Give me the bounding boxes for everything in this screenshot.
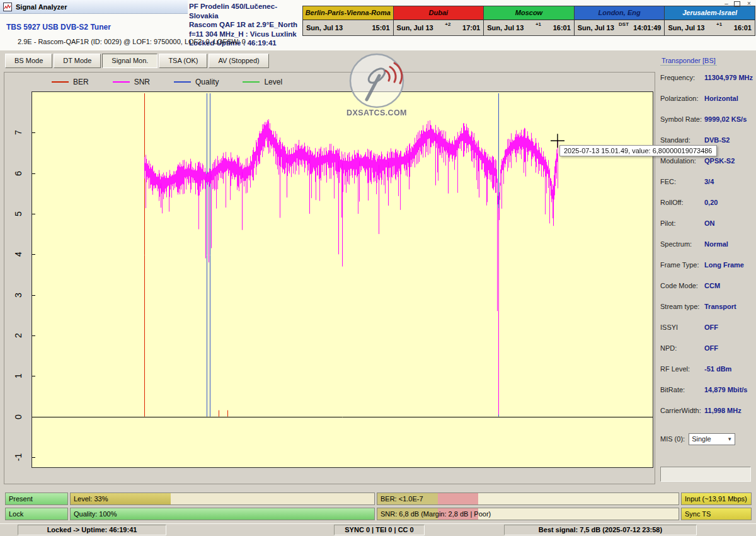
close-button[interactable]: × bbox=[745, 0, 753, 7]
statusbar-sync-counters: SYNC 0 | TEI 0 | CC 0 bbox=[334, 525, 425, 535]
transponder-field-row: RF Level:-51 dBm bbox=[660, 365, 755, 386]
legend-item-ber: BER bbox=[52, 78, 89, 86]
field-value: ON bbox=[704, 219, 715, 240]
tab-bs-mode[interactable]: BS Mode bbox=[5, 54, 52, 68]
clock-moscow: Moscow Sun, Jul 13 +1 16:01 bbox=[483, 6, 575, 36]
mis-dropdown[interactable]: Single ▼ bbox=[689, 433, 735, 445]
transponder-field-row: Frame Type:Long Frame bbox=[660, 261, 755, 282]
clock-city-label: Dubai bbox=[394, 6, 484, 20]
window-titlebar: Signal Analyzer bbox=[0, 0, 188, 14]
field-label: CarrierWidth: bbox=[660, 407, 704, 428]
ber-bar-label: BER: <1.0E-7 bbox=[381, 493, 423, 504]
clock-city-label: Berlin-Paris-Vienna-Roma bbox=[303, 6, 393, 20]
field-value: CCM bbox=[704, 282, 720, 303]
minimize-button[interactable]: – bbox=[723, 0, 730, 7]
transponder-field-row: RollOff:0,20 bbox=[660, 199, 755, 219]
y-axis-label: 4 bbox=[12, 248, 25, 260]
clock-city-label: London, Eng bbox=[575, 6, 665, 20]
app-icon bbox=[3, 3, 12, 11]
transponder-field-row: FEC:3/4 bbox=[660, 178, 755, 199]
statusbar-best-signal: Best signal: 7,5 dB (2025-07-12 23:58) bbox=[504, 525, 697, 535]
field-label: ISSYI bbox=[660, 323, 704, 344]
transponder-fields: Frequency:11304,979 MHzPolarization:Hori… bbox=[660, 74, 755, 428]
field-value: QPSK-S2 bbox=[704, 157, 735, 178]
clock-london: London, Eng Sun, Jul 13 DST 14:01:49 bbox=[574, 6, 665, 36]
field-label: NPD: bbox=[660, 344, 704, 365]
snr-bar-label: SNR: 6,8 dB (Margin: 2,8 dB | Poor) bbox=[381, 508, 491, 520]
clock-offset bbox=[343, 20, 372, 21]
station-info-line: PF Prodelin 450/Lučenec-Slovakia bbox=[189, 2, 302, 20]
transponder-panel-title: Transponder [BS] bbox=[660, 56, 717, 66]
clock-time: 15:01 bbox=[372, 24, 389, 32]
statusbar: Locked -> Uptime: 46:19:41 SYNC 0 | TEI … bbox=[0, 523, 756, 536]
level-bar: Level: 33% bbox=[70, 492, 375, 505]
clock-time: 14:01:49 bbox=[633, 24, 661, 32]
field-value: Horizontal bbox=[704, 95, 738, 115]
field-label: Frequency: bbox=[660, 74, 704, 95]
tab-signal-mon[interactable]: Signal Mon. bbox=[102, 54, 158, 68]
field-label: Code Mode: bbox=[660, 282, 704, 303]
ber-bar: BER: <1.0E-7 bbox=[377, 492, 679, 505]
clock-date: Sun, Jul 13 bbox=[487, 24, 524, 32]
chevron-down-icon: ▼ bbox=[727, 436, 732, 442]
clock-date: Sun, Jul 13 bbox=[397, 24, 433, 32]
tuning-info: 2.9E - Rascom-QAF1R (ID: 0029) @ LOF1: 9… bbox=[18, 38, 246, 45]
transponder-field-row: Pilot:ON bbox=[660, 219, 755, 240]
level-bar-label: Level: 33% bbox=[74, 493, 108, 504]
field-label: BitRate: bbox=[660, 386, 704, 407]
clock-offset: DST bbox=[614, 20, 633, 27]
y-axis-label: 7 bbox=[12, 126, 25, 139]
clock-offset: +2 bbox=[433, 20, 462, 27]
clock-city-label: Jerusalem-Israel bbox=[665, 6, 755, 20]
transponder-field-row: Code Mode:CCM bbox=[660, 282, 755, 303]
clock-date: Sun, Jul 13 bbox=[668, 24, 704, 32]
present-indicator: Present bbox=[5, 492, 68, 505]
transponder-field-row: NPD:OFF bbox=[660, 344, 755, 365]
field-label: Spectrum: bbox=[660, 240, 704, 261]
y-axis-label: 5 bbox=[12, 207, 25, 220]
field-label: Symbol Rate: bbox=[660, 115, 704, 136]
clock-date: Sun, Jul 13 bbox=[578, 24, 614, 32]
field-value: 11,998 MHz bbox=[704, 407, 742, 428]
sync-ts-indicator: Sync TS bbox=[681, 508, 752, 520]
transponder-field-row: ISSYIOFF bbox=[660, 323, 755, 344]
chart-legend: BERSNRQualityLevel bbox=[52, 74, 282, 89]
input-indicator: Input (~13,91 Mbps) bbox=[681, 492, 752, 505]
status-row-bottom: Lock Quality: 100% SNR: 6,8 dB (Margin: … bbox=[0, 508, 756, 520]
y-axis-label: 1 bbox=[12, 370, 25, 382]
legend-item-snr: SNR bbox=[113, 78, 150, 86]
y-axis-label: 3 bbox=[12, 289, 25, 301]
legend-label: Quality bbox=[195, 78, 219, 86]
legend-label: BER bbox=[73, 78, 89, 86]
tab-dt-mode[interactable]: DT Mode bbox=[54, 54, 101, 68]
signal-analyzer-window: Signal Analyzer – × PF Prodelin 450/Luče… bbox=[0, 0, 756, 536]
y-axis-label: -1 bbox=[12, 451, 25, 463]
field-value: Long Frame bbox=[704, 261, 744, 282]
transponder-field-row: Symbol Rate:9999,02 KS/s bbox=[660, 115, 755, 136]
lock-indicator: Lock bbox=[5, 508, 68, 520]
legend-item-quality: Quality bbox=[174, 78, 219, 86]
field-label: Stream type: bbox=[660, 303, 704, 323]
clock-time: 16:01 bbox=[734, 24, 752, 32]
transponder-field-row: CarrierWidth:11,998 MHz bbox=[660, 407, 755, 428]
transponder-field-row: Stream type:Transport bbox=[660, 303, 755, 323]
clock-offset: +1 bbox=[524, 20, 553, 27]
legend-color-line bbox=[243, 81, 260, 83]
field-value: Normal bbox=[704, 240, 728, 261]
tab-av[interactable]: AV (Stopped) bbox=[209, 54, 268, 68]
clock-dubai: Dubai Sun, Jul 13 +2 17:01 bbox=[393, 6, 484, 36]
y-axis-label: 0 bbox=[12, 411, 25, 423]
y-axis-label: 6 bbox=[12, 167, 25, 180]
quality-bar: Quality: 100% bbox=[70, 508, 375, 520]
field-value: OFF bbox=[704, 344, 718, 365]
restore-button[interactable] bbox=[734, 0, 742, 7]
mis-value: Single bbox=[692, 435, 711, 443]
legend-label: Level bbox=[264, 78, 282, 86]
transponder-field-row: Frequency:11304,979 MHz bbox=[660, 74, 755, 95]
restore-icon bbox=[734, 1, 740, 7]
field-value: 3/4 bbox=[704, 178, 714, 199]
clock-jerusalem: Jerusalem-Israel Sun, Jul 13 +1 16:01 bbox=[664, 6, 755, 36]
transponder-field-row: Spectrum:Normal bbox=[660, 240, 755, 261]
window-title: Signal Analyzer bbox=[16, 3, 67, 11]
tab-tsa[interactable]: TSA (OK) bbox=[159, 54, 207, 68]
